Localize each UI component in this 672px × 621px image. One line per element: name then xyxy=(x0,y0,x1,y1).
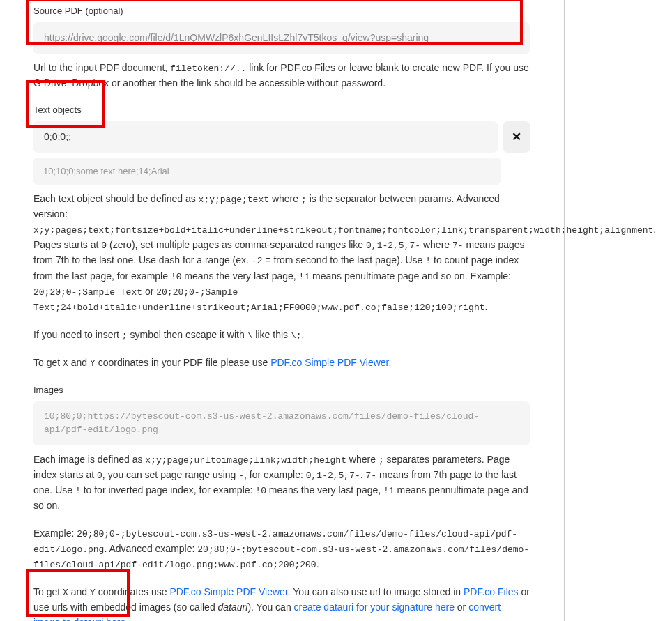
source-pdf-input[interactable]: https://drive.google.com/file/d/1LnQMWzl… xyxy=(33,22,530,54)
pdf-viewer-link-2[interactable]: PDF.co Simple PDF Viewer xyxy=(169,586,287,597)
images-input[interactable]: 10;80;0;https://bytescout-com.s3-us-west… xyxy=(33,401,530,445)
source-pdf-label: Source PDF (optional) xyxy=(33,4,530,18)
text-objects-input[interactable]: 0;0;0;; xyxy=(33,121,498,153)
images-desc-3: To get X and Y coordinates use PDF.co Si… xyxy=(33,585,530,621)
text-objects-desc-3: To get X and Y coordinates in your PDF f… xyxy=(33,355,530,371)
images-label: Images xyxy=(33,383,530,397)
datauri-signature-link[interactable]: create datauri for your signature here xyxy=(294,601,455,613)
images-desc-1: Each image is defined as x;y;page;urltoi… xyxy=(33,452,530,514)
text-objects-desc-1: Each text object should be defined as x;… xyxy=(33,192,530,315)
pdf-viewer-link[interactable]: PDF.co Simple PDF Viewer xyxy=(270,357,388,368)
images-desc-2: Example: 20;80;0-;bytescout-com.s3-us-we… xyxy=(33,526,530,572)
text-objects-desc-2: If you need to insert ; symbol then esca… xyxy=(33,328,530,343)
pdfco-files-link[interactable]: PDF.co Files xyxy=(464,586,519,597)
source-pdf-desc: Url to the input PDF document, filetoken… xyxy=(33,61,530,91)
text-objects-preview: 10;10;0;some text here;14;Arial xyxy=(33,158,501,185)
close-icon: ✕ xyxy=(512,130,521,144)
text-objects-remove-button[interactable]: ✕ xyxy=(503,121,530,153)
text-objects-label: Text objects xyxy=(33,103,530,117)
